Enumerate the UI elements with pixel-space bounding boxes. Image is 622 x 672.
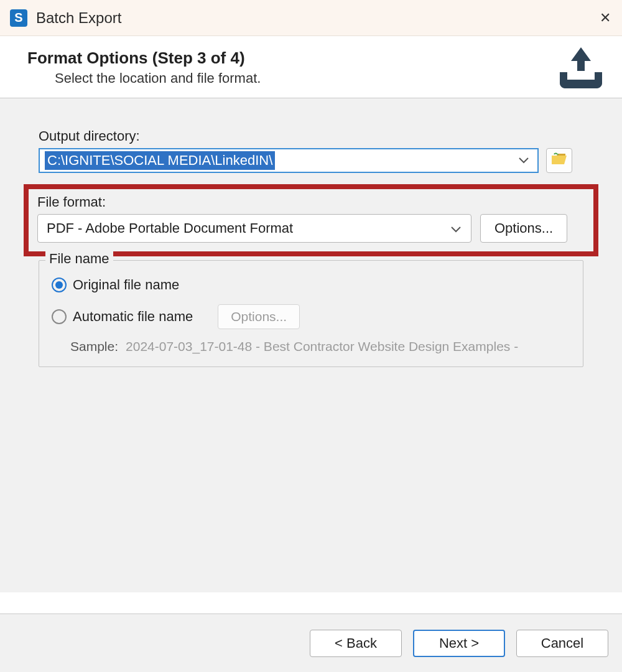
file-name-section: File name Original file name Automatic f… xyxy=(39,260,583,367)
sample-row: Sample: 2024-07-03_17-01-48 - Best Contr… xyxy=(70,339,570,354)
sample-label: Sample: xyxy=(70,339,118,354)
window-title: Batch Export xyxy=(36,9,121,27)
radio-label: Original file name xyxy=(73,277,179,293)
output-directory-label: Output directory: xyxy=(39,128,583,144)
close-icon: ✕ xyxy=(600,10,611,26)
chevron-down-icon xyxy=(451,220,461,236)
file-format-section: File format: PDF - Adobe Portable Docume… xyxy=(24,184,598,256)
radio-icon xyxy=(52,309,67,324)
file-format-dropdown[interactable]: PDF - Adobe Portable Document Format xyxy=(37,214,471,243)
wizard-header: Format Options (Step 3 of 4) Select the … xyxy=(0,36,622,98)
file-format-selected: PDF - Adobe Portable Document Format xyxy=(47,220,293,236)
browse-folder-button[interactable] xyxy=(546,148,572,173)
radio-icon xyxy=(52,278,67,292)
header-title: Format Options (Step 3 of 4) xyxy=(27,49,595,68)
app-icon: S xyxy=(10,9,27,27)
format-options-button[interactable]: Options... xyxy=(480,214,567,243)
chevron-down-icon[interactable] xyxy=(519,155,529,166)
export-icon xyxy=(555,45,607,96)
output-directory-row: C:\IGNITE\SOCIAL MEDIA\LinkedIN\ xyxy=(39,148,583,173)
folder-open-icon xyxy=(550,152,568,169)
header-subtitle: Select the location and file format. xyxy=(55,70,595,86)
radio-original-file-name[interactable]: Original file name xyxy=(52,277,570,293)
output-directory-input[interactable]: C:\IGNITE\SOCIAL MEDIA\LinkedIN\ xyxy=(39,148,539,173)
content-area: Output directory: C:\IGNITE\SOCIAL MEDIA… xyxy=(0,98,622,592)
close-button[interactable]: ✕ xyxy=(600,10,611,26)
sample-text: 2024-07-03_17-01-48 - Best Contractor We… xyxy=(126,339,518,354)
next-button[interactable]: Next > xyxy=(413,630,505,657)
titlebar: S Batch Export ✕ xyxy=(0,0,622,36)
back-button[interactable]: < Back xyxy=(310,630,402,657)
radio-automatic-file-name[interactable]: Automatic file name Options... xyxy=(52,304,570,329)
file-format-label: File format: xyxy=(37,194,587,210)
file-format-row: PDF - Adobe Portable Document Format Opt… xyxy=(37,214,587,243)
output-directory-value: C:\IGNITE\SOCIAL MEDIA\LinkedIN\ xyxy=(45,151,275,170)
radio-label: Automatic file name xyxy=(73,309,193,325)
cancel-button[interactable]: Cancel xyxy=(516,630,608,657)
wizard-footer: < Back Next > Cancel xyxy=(0,614,622,672)
file-name-legend: File name xyxy=(45,251,113,267)
filename-options-button: Options... xyxy=(218,304,300,329)
